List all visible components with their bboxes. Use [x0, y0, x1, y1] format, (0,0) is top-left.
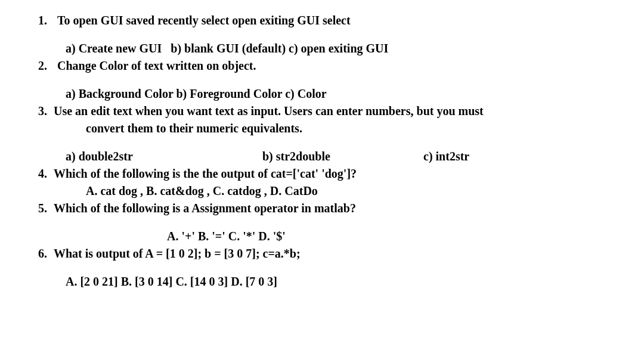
question-5: 5. Which of the following is a Assignmen…: [36, 200, 608, 217]
question-4: 4. Which of the following is the the out…: [36, 165, 608, 182]
question-3: 3. Use an edit text when you want text a…: [36, 103, 608, 120]
option-c: c) open exiting GUI: [289, 42, 388, 55]
option-a: a) Background Color: [66, 87, 173, 100]
question-6-options: A. [2 0 21] B. [3 0 14] C. [14 0 3] D. […: [36, 273, 608, 290]
option-b: b) Foreground Color: [176, 87, 282, 100]
question-number: 4.: [36, 165, 54, 182]
question-number: 2.: [36, 57, 57, 75]
option-b: b) blank GUI (default): [171, 42, 286, 55]
question-2: 2. Change Color of text written on objec…: [36, 57, 608, 75]
question-text: Change Color of text written on object.: [57, 57, 256, 75]
option-a: a) double2str: [66, 148, 262, 165]
question-4-options: A. cat dog , B. cat&dog , C. catdog , D.…: [36, 182, 608, 200]
question-text: Which of the following is a Assignment o…: [54, 200, 356, 217]
option-b: b) str2double: [262, 148, 423, 165]
question-1-options: a) Create new GUI b) blank GUI (default)…: [36, 40, 608, 57]
question-text-line1: Use an edit text when you want text as i…: [54, 103, 484, 120]
question-number: 1.: [36, 12, 57, 29]
question-2-options: a) Background Color b) Foreground Color …: [36, 85, 608, 103]
question-number: 6.: [36, 245, 54, 262]
question-1: 1. To open GUI saved recently select ope…: [36, 12, 608, 29]
question-3-options: a) double2str b) str2double c) int2str: [36, 148, 608, 165]
question-text-line2: convert them to their numeric equivalent…: [36, 120, 608, 137]
option-c: c) Color: [285, 87, 326, 100]
question-number: 3.: [36, 103, 54, 120]
question-text: Which of the following is the the output…: [54, 165, 357, 182]
question-6: 6. What is output of A = [1 0 2]; b = [3…: [36, 245, 608, 262]
question-5-options: A. '+' B. '=' C. '*' D. '$': [36, 228, 608, 245]
question-text: To open GUI saved recently select open e…: [57, 12, 351, 29]
question-number: 5.: [36, 200, 54, 217]
option-a: a) Create new GUI: [66, 42, 162, 55]
question-text: What is output of A = [1 0 2]; b = [3 0 …: [54, 245, 301, 262]
option-c: c) int2str: [423, 148, 469, 165]
